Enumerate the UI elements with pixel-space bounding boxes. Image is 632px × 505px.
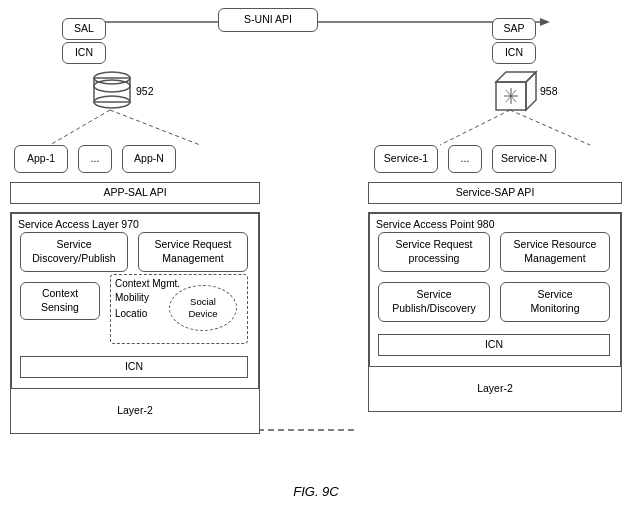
serviceN-label: Service-N [501, 152, 547, 166]
right-node-id: 958 [540, 85, 558, 97]
right-layer2-box: Layer-2 [368, 366, 622, 412]
service-monitoring-label: Service Monitoring [530, 288, 579, 315]
svg-marker-18 [526, 72, 536, 110]
service-dots-label: ... [461, 152, 470, 166]
service-publish-box: Service Publish/Discovery [378, 282, 490, 322]
suni-api-box: S-UNI API [218, 8, 318, 32]
right-layer2-label: Layer-2 [477, 382, 513, 396]
sal-outer-label: Service Access Layer 970 [18, 218, 139, 232]
service-discovery-label: Service Discovery/Publish [32, 238, 115, 265]
left-layer2-box: Layer-2 [10, 388, 260, 434]
sal-label: SAL [74, 22, 94, 36]
sap-outer-label: Service Access Point 980 [376, 218, 495, 232]
svg-line-8 [510, 110, 590, 145]
app-sal-api-bar: APP-SAL API [10, 182, 260, 204]
sal-box: SAL [62, 18, 106, 40]
context-mgmt-box: Context Mgmt. Mobility Locatio Social De… [110, 274, 248, 344]
serviceN-box: Service-N [492, 145, 556, 173]
right-icn-bar-label: ICN [485, 338, 503, 352]
left-icn-bar: ICN [20, 356, 248, 378]
suni-api-label: S-UNI API [244, 13, 292, 27]
left-icn-top-box: ICN [62, 42, 106, 64]
svg-marker-4 [540, 18, 550, 26]
service-request-mgmt-box: Service Request Management [138, 232, 248, 272]
service-publish-label: Service Publish/Discovery [392, 288, 475, 315]
right-icn-top-label: ICN [505, 46, 523, 60]
app1-box: App-1 [14, 145, 68, 173]
left-layer2-label: Layer-2 [117, 404, 153, 418]
sap-label: SAP [503, 22, 524, 36]
service-sap-api-bar: Service-SAP API [368, 182, 622, 204]
mobility-label: Mobility [115, 291, 149, 304]
app-dots-box: ... [78, 145, 112, 173]
service-monitoring-box: Service Monitoring [500, 282, 610, 322]
service-resource-mgmt-box: Service Resource Management [500, 232, 610, 272]
locatio-label: Locatio [115, 307, 147, 320]
left-icn-bar-label: ICN [125, 360, 143, 374]
sap-box: SAP [492, 18, 536, 40]
app-sal-api-label: APP-SAL API [103, 186, 166, 200]
service-resource-mgmt-label: Service Resource Management [514, 238, 597, 265]
social-label: Social [190, 296, 216, 308]
service-request-processing-box: Service Request processing [378, 232, 490, 272]
service-dots-box: ... [448, 145, 482, 173]
svg-line-5 [50, 110, 110, 145]
figure-caption: FIG. 9C [0, 484, 632, 499]
left-node-id: 952 [136, 85, 154, 97]
context-sensing-box: Context Sensing [20, 282, 100, 320]
service1-label: Service-1 [384, 152, 428, 166]
appN-box: App-N [122, 145, 176, 173]
right-icn-top-box: ICN [492, 42, 536, 64]
app1-label: App-1 [27, 152, 55, 166]
service-request-mgmt-label: Service Request Management [154, 238, 231, 265]
context-sensing-label: Context Sensing [41, 287, 79, 314]
context-mgmt-label: Context Mgmt. [115, 277, 180, 290]
left-icn-top-label: ICN [75, 46, 93, 60]
service-discovery-box: Service Discovery/Publish [20, 232, 128, 272]
service1-box: Service-1 [374, 145, 438, 173]
svg-line-7 [440, 110, 510, 145]
service-request-processing-label: Service Request processing [395, 238, 472, 265]
device-label: Device [188, 308, 217, 320]
right-icn-bar: ICN [378, 334, 610, 356]
service-sap-api-label: Service-SAP API [456, 186, 535, 200]
svg-point-15 [94, 80, 130, 92]
app-dots-label: ... [91, 152, 100, 166]
appN-label: App-N [134, 152, 164, 166]
svg-line-6 [110, 110, 200, 145]
social-device-ellipse: Social Device [169, 285, 237, 331]
